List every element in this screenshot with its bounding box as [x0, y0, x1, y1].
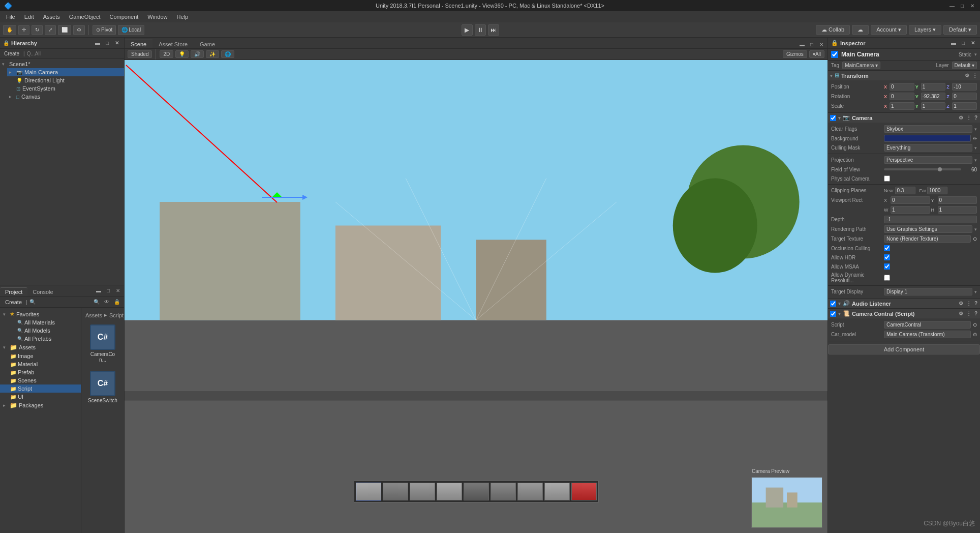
- fov-track[interactable]: [884, 168, 961, 170]
- hierarchy-item-directional-light[interactable]: 💡 Directional Light: [7, 76, 124, 84]
- asset-cameracontrol[interactable]: C# CameraCon...: [85, 322, 120, 365]
- packages-group[interactable]: ▸ 📁 Packages: [0, 401, 81, 410]
- scene-scene-btn[interactable]: 🌐: [221, 50, 234, 58]
- inspector-close-btn[interactable]: ✕: [969, 39, 977, 47]
- menu-component[interactable]: Component: [105, 13, 142, 21]
- menu-gameobject[interactable]: GameObject: [65, 13, 105, 21]
- camera-help-icon[interactable]: ?: [974, 114, 978, 121]
- menu-edit[interactable]: Edit: [20, 13, 38, 21]
- assets-material[interactable]: 📁 Material: [0, 360, 81, 368]
- background-color-swatch[interactable]: [884, 135, 971, 142]
- thumb-9[interactable]: [571, 483, 597, 500]
- thumb-8[interactable]: [544, 483, 570, 500]
- transform-tool-all[interactable]: ⚙: [73, 25, 85, 35]
- scale-z-field[interactable]: 1: [952, 102, 977, 110]
- project-close-btn[interactable]: ✕: [114, 287, 122, 295]
- assets-group[interactable]: ▾ 📁 Assets: [0, 343, 81, 352]
- camera-control-checkbox[interactable]: [830, 311, 836, 317]
- scale-x-field[interactable]: 1: [890, 102, 914, 110]
- script-prop-value[interactable]: CameraContral: [884, 321, 971, 329]
- gizmos-filter-btn[interactable]: ▾All: [809, 50, 824, 58]
- project-eye-btn[interactable]: 👁: [103, 298, 111, 306]
- scene-fx-btn[interactable]: ✨: [206, 50, 219, 58]
- control-menu-icon[interactable]: ⋮: [966, 310, 972, 317]
- camera-active-checkbox[interactable]: [830, 115, 836, 121]
- favorites-all-models[interactable]: 🔍 All Models: [7, 327, 81, 335]
- car-model-value[interactable]: Main Camera (Transform): [884, 331, 971, 338]
- transform-menu-icon[interactable]: ⋮: [972, 72, 978, 79]
- assets-script[interactable]: 📁 Script: [0, 384, 81, 393]
- scene-maximize-btn[interactable]: □: [808, 40, 816, 48]
- viewport-h-field[interactable]: 1: [938, 206, 977, 214]
- local-button[interactable]: 🌐 Local: [118, 25, 144, 35]
- scene-minimize-btn[interactable]: ▬: [798, 40, 806, 48]
- pivot-button[interactable]: ⊙ Pivot: [93, 25, 116, 35]
- transform-header[interactable]: ▾ ⊞ Transform ⚙ ⋮: [828, 71, 980, 80]
- position-y-field[interactable]: 1: [921, 83, 946, 91]
- cloud-build-button[interactable]: ☁: [852, 25, 869, 35]
- layers-button[interactable]: Layers ▾: [909, 25, 941, 35]
- assets-ui[interactable]: 📁 UI: [0, 393, 81, 401]
- tag-value[interactable]: MainCamera ▾: [842, 62, 880, 69]
- close-button[interactable]: ✕: [969, 2, 976, 9]
- console-tab[interactable]: Console: [27, 288, 58, 296]
- add-component-button[interactable]: Add Component: [828, 344, 980, 354]
- asset-sceneswitch[interactable]: C# SceneSwitch: [85, 369, 120, 405]
- target-texture-value[interactable]: None (Render Texture): [884, 235, 971, 243]
- scene-view[interactable]: Camera Preview: [125, 60, 828, 533]
- account-button[interactable]: Account ▾: [871, 25, 907, 35]
- audio-listener-checkbox[interactable]: [830, 301, 836, 307]
- camera-menu-icon[interactable]: ⋮: [966, 114, 972, 121]
- object-active-checkbox[interactable]: [831, 51, 838, 58]
- fov-thumb[interactable]: [938, 167, 942, 171]
- scene-close-btn[interactable]: ✕: [817, 40, 825, 48]
- scene-root-item[interactable]: ▾ Scene1*: [0, 60, 124, 68]
- menu-window[interactable]: Window: [143, 13, 171, 21]
- favorites-group[interactable]: ▾ ★ Favorites: [0, 310, 81, 318]
- transform-tool-move[interactable]: ✛: [18, 25, 29, 35]
- thumb-5[interactable]: [464, 483, 489, 500]
- transform-settings-icon[interactable]: ⚙: [964, 72, 970, 79]
- thumb-7[interactable]: [517, 483, 543, 500]
- 2d-button[interactable]: 2D: [160, 50, 173, 58]
- near-value[interactable]: 0.3: [895, 187, 915, 194]
- control-help-icon[interactable]: ?: [974, 310, 978, 317]
- step-button[interactable]: ⏭: [488, 24, 499, 36]
- scene-tab[interactable]: Scene: [125, 40, 152, 48]
- maximize-button[interactable]: □: [959, 2, 966, 9]
- viewport-y-field[interactable]: 0: [938, 196, 977, 204]
- culling-mask-value[interactable]: Everything: [884, 144, 972, 152]
- physical-camera-checkbox[interactable]: [884, 175, 890, 182]
- transform-tool-scale[interactable]: ⤢: [45, 25, 56, 35]
- project-minimize-btn[interactable]: ▬: [95, 287, 103, 295]
- transform-tool-hand[interactable]: ✋: [3, 25, 16, 35]
- thumb-1[interactable]: [356, 483, 381, 500]
- hierarchy-item-event-system[interactable]: ⊡ EventSystem: [7, 84, 124, 93]
- transform-tool-rect[interactable]: ⬜: [58, 25, 71, 35]
- fov-value[interactable]: 60: [963, 167, 977, 172]
- minimize-button[interactable]: —: [948, 2, 956, 9]
- background-eyedropper-icon[interactable]: ✏: [973, 136, 977, 141]
- audio-settings-icon[interactable]: ⚙: [958, 300, 964, 307]
- pause-button[interactable]: ⏸: [475, 24, 486, 36]
- asset-store-tab[interactable]: Asset Store: [152, 40, 194, 48]
- project-search-btn[interactable]: 🔍: [93, 298, 101, 306]
- menu-assets[interactable]: Assets: [39, 13, 64, 21]
- allow-hdr-checkbox[interactable]: [884, 254, 890, 260]
- favorites-all-prefabs[interactable]: 🔍 All Prefabs: [7, 335, 81, 343]
- game-tab[interactable]: Game: [194, 40, 221, 48]
- shaded-dropdown[interactable]: Shaded: [128, 50, 152, 58]
- camera-settings-icon[interactable]: ⚙: [958, 114, 964, 121]
- viewport-x-field[interactable]: 0: [891, 196, 930, 204]
- project-tab[interactable]: Project: [0, 287, 27, 296]
- collab-button[interactable]: ☁ Collab: [816, 25, 850, 35]
- hierarchy-item-canvas[interactable]: ▸ □ Canvas: [7, 93, 124, 101]
- breadcrumb-assets[interactable]: Assets: [85, 312, 102, 318]
- clear-flags-value[interactable]: Skybox: [884, 125, 972, 133]
- hierarchy-close-btn[interactable]: ✕: [113, 39, 121, 47]
- depth-value[interactable]: -1: [884, 216, 977, 223]
- layer-value[interactable]: Default ▾: [952, 62, 977, 69]
- hierarchy-create-btn[interactable]: Create: [2, 50, 21, 57]
- gizmos-btn[interactable]: Gizmos: [783, 50, 807, 58]
- target-display-value[interactable]: Display 1: [884, 288, 972, 295]
